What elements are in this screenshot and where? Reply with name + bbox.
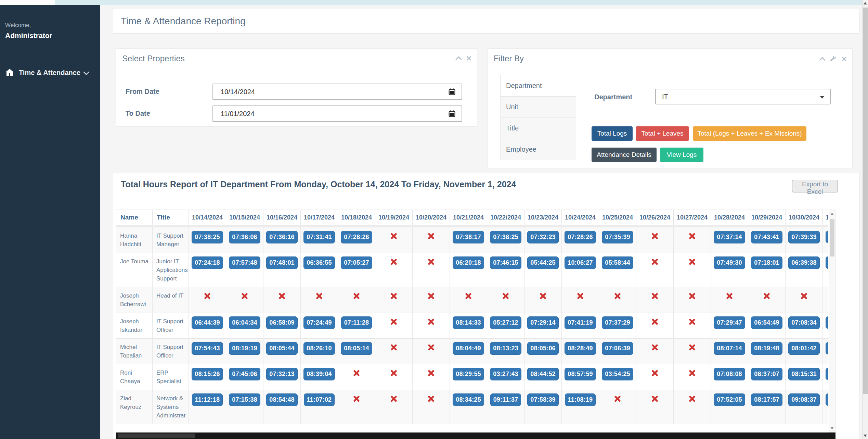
- time-badge: 08:14:33: [453, 316, 484, 329]
- absent-x-icon: [688, 395, 696, 403]
- panel-header: Filter By: [488, 49, 852, 68]
- absent-x-icon: [465, 292, 472, 300]
- table-vertical-scrollbar[interactable]: [829, 210, 835, 432]
- close-icon[interactable]: [842, 55, 847, 62]
- absent-cell: [413, 313, 450, 338]
- hours-cell: 06:58:09: [263, 313, 301, 338]
- total-all-button[interactable]: Total (Logs + Leaves + Ex Missions): [693, 126, 806, 141]
- absent-cell: [413, 253, 450, 287]
- top-strip: [0, 0, 868, 5]
- select-properties-panel: Select Properties From Date To Date: [116, 48, 477, 126]
- total-logs-button[interactable]: Total Logs: [592, 126, 633, 141]
- absent-cell: [636, 390, 674, 424]
- absent-cell: [189, 287, 226, 313]
- to-date-input[interactable]: [212, 105, 462, 122]
- absent-cell: [338, 390, 375, 424]
- tab-employee[interactable]: Employee: [500, 139, 576, 160]
- tab-unit[interactable]: Unit: [500, 96, 576, 118]
- absent-x-icon: [726, 292, 733, 300]
- col-header-name: Name: [116, 210, 153, 226]
- time-badge: 08:17:57: [751, 393, 782, 406]
- employee-name-cell: Joseph Iskandar: [116, 313, 153, 338]
- hours-cell: 08:15:31: [786, 364, 823, 390]
- time-badge: 07:18:01: [751, 256, 782, 269]
- absent-x-icon: [763, 292, 770, 300]
- col-header-date: 10/25/2024: [599, 210, 636, 226]
- page-scrollbar[interactable]: [862, 0, 868, 439]
- employee-title-cell: Head of IT: [153, 287, 189, 313]
- tab-department[interactable]: Department: [500, 75, 576, 97]
- attendance-details-button[interactable]: Attendance Details: [592, 148, 657, 162]
- time-badge: 08:15:31: [788, 368, 820, 380]
- time-badge: 08:44:52: [527, 368, 559, 380]
- absent-cell: [674, 287, 711, 313]
- absent-x-icon: [800, 292, 808, 300]
- employee-title-cell: IT Support Officer: [153, 338, 189, 364]
- time-badge: 07:52:05: [714, 393, 745, 406]
- calendar-icon[interactable]: [449, 88, 455, 95]
- total-leaves-button[interactable]: Total + Leaves: [636, 126, 689, 141]
- collapse-chevron-icon[interactable]: [455, 56, 462, 62]
- time-badge: 08:04:49: [453, 342, 484, 355]
- scroll-down-icon[interactable]: [864, 435, 867, 437]
- hours-cell: 07:08:08: [711, 364, 748, 390]
- absent-cell: [450, 287, 487, 313]
- time-badge: 07:41:19: [565, 316, 596, 329]
- scroll-up-icon[interactable]: [830, 213, 834, 215]
- panel-title: Select Properties: [122, 54, 185, 63]
- time-badge: 07:35:39: [602, 231, 633, 243]
- sidebar-item-time-attendance[interactable]: Time & Attendance: [0, 65, 100, 80]
- absent-cell: [226, 287, 263, 313]
- scroll-down-icon[interactable]: [830, 427, 834, 429]
- time-badge: 08:05:06: [527, 342, 559, 355]
- absent-cell: [674, 390, 711, 424]
- scrollbar-thumb[interactable]: [863, 8, 868, 394]
- time-badge: 08:05:14: [341, 342, 372, 355]
- time-badge: 05:27:12: [490, 316, 521, 329]
- absent-x-icon: [390, 344, 398, 351]
- time-badge: 08:05:44: [266, 342, 298, 355]
- calendar-icon[interactable]: [449, 110, 455, 117]
- tab-title[interactable]: Title: [500, 117, 576, 139]
- hours-cell: 08:29:55: [450, 364, 487, 390]
- department-select[interactable]: IT: [655, 89, 831, 104]
- absent-cell: [338, 287, 375, 313]
- absent-cell: [636, 287, 674, 313]
- hours-cell: 07:11:28: [338, 313, 375, 338]
- hours-cell: 09:11:37: [487, 390, 524, 424]
- employee-name-cell: Michel Topalian: [116, 338, 153, 364]
- col-header-date: 10/29/2024: [748, 210, 786, 226]
- table-horizontal-scrollbar[interactable]: [116, 432, 835, 439]
- employee-name-cell: Joseph Bcherrawi: [116, 287, 153, 313]
- collapse-chevron-icon[interactable]: [819, 57, 825, 63]
- hours-cell: 08:05:06: [524, 338, 562, 364]
- close-icon[interactable]: [466, 55, 471, 62]
- chevron-down-icon: [83, 69, 89, 75]
- hours-cell: 08:28:49: [562, 338, 599, 364]
- col-header-date: 10/28/2024: [711, 210, 748, 226]
- filter-by-panel: Filter By Department Unit Title Employee…: [487, 48, 853, 169]
- time-badge: 06:58:09: [266, 316, 298, 329]
- time-badge-clipped: [826, 368, 828, 380]
- hours-cell: 08:17:57: [748, 390, 786, 424]
- scrollbar-thumb[interactable]: [118, 434, 195, 438]
- absent-cell: [524, 287, 562, 313]
- absent-cell: [636, 364, 674, 390]
- col-header-date: 10/23/2024: [524, 210, 562, 226]
- scroll-up-icon[interactable]: [864, 2, 867, 4]
- col-header-date: 10/15/2024: [226, 210, 263, 226]
- panel-title: Filter By: [494, 54, 524, 63]
- wrench-icon[interactable]: [830, 55, 836, 63]
- scrollbar-thumb[interactable]: [830, 219, 834, 256]
- from-date-input[interactable]: [212, 84, 462, 100]
- hours-cell: 08:26:10: [301, 338, 338, 364]
- hours-cell: 03:54:25: [599, 364, 636, 390]
- view-logs-button[interactable]: View Logs: [660, 148, 703, 162]
- to-date-label: To Date: [126, 110, 150, 117]
- export-to-excel-button[interactable]: Export to Excel: [792, 180, 838, 192]
- clipped-cell: [823, 364, 828, 390]
- col-header-date: 10/24/2024: [562, 210, 599, 226]
- clipped-cell: [823, 253, 828, 287]
- hours-cell: 08:34:25: [450, 390, 487, 424]
- time-badge: 11:08:19: [565, 393, 596, 406]
